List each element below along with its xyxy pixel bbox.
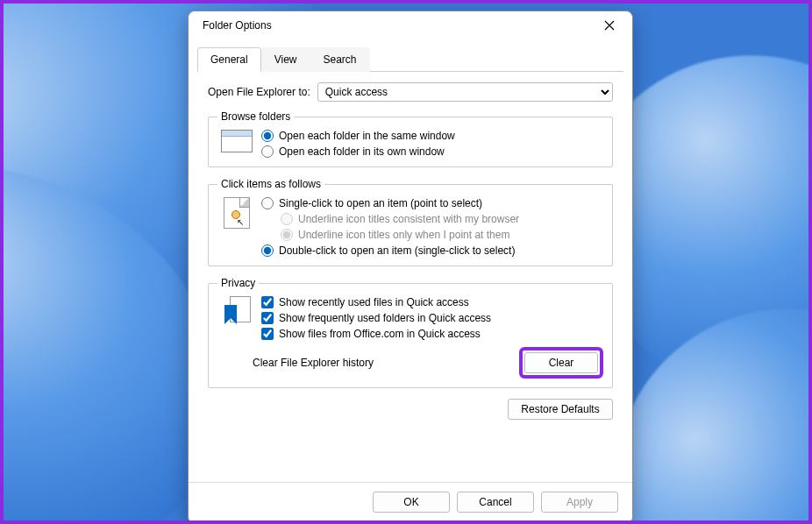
close-icon — [604, 20, 615, 31]
radio-own-window-label: Open each folder in its own window — [279, 145, 445, 158]
browse-folders-legend: Browse folders — [217, 110, 294, 123]
open-explorer-row: Open File Explorer to: Quick access — [208, 82, 613, 102]
radio-underline-point-label: Underline icon titles only when I point … — [298, 229, 509, 241]
tabstrip: General View Search — [197, 46, 623, 72]
radio-underline-browser-row: Underline icon titles consistent with my… — [281, 213, 603, 225]
dialog-title: Folder Options — [203, 19, 272, 32]
check-frequent-folders[interactable] — [261, 312, 274, 324]
quick-access-icon — [221, 296, 253, 328]
check-recent-files-row[interactable]: Show recently used files in Quick access — [261, 296, 603, 308]
radio-same-window-row[interactable]: Open each folder in the same window — [261, 130, 603, 142]
radio-double-click[interactable] — [261, 244, 274, 257]
check-recent-files[interactable] — [261, 296, 274, 308]
restore-defaults-button[interactable]: Restore Defaults — [508, 399, 613, 420]
privacy-group: Privacy Show recently used files in Quic… — [208, 277, 613, 388]
check-frequent-folders-label: Show frequently used folders in Quick ac… — [279, 312, 491, 324]
tab-general[interactable]: General — [197, 47, 261, 72]
click-items-legend: Click items as follows — [217, 178, 324, 190]
cancel-button[interactable]: Cancel — [457, 492, 534, 513]
radio-underline-browser-label: Underline icon titles consistent with my… — [298, 213, 519, 225]
open-explorer-combo[interactable]: Quick access — [317, 82, 613, 102]
screenshot-viewport: Folder Options General View Search Open … — [0, 0, 812, 524]
open-explorer-label: Open File Explorer to: — [208, 86, 310, 98]
radio-underline-point — [281, 229, 293, 241]
restore-defaults-row: Restore Defaults — [208, 399, 613, 420]
radio-single-click-label: Single-click to open an item (point to s… — [279, 197, 482, 209]
privacy-legend: Privacy — [217, 277, 259, 289]
clear-history-row: Clear File Explorer history Clear — [217, 347, 603, 379]
radio-same-window-label: Open each folder in the same window — [279, 130, 455, 142]
radio-own-window-row[interactable]: Open each folder in its own window — [261, 145, 603, 158]
click-items-group: Click items as follows ↖ Single-click to… — [208, 178, 613, 266]
clear-button-highlight: Clear — [519, 347, 603, 379]
tab-view[interactable]: View — [261, 47, 310, 72]
close-button[interactable] — [594, 13, 625, 38]
ok-button[interactable]: OK — [373, 492, 450, 513]
radio-same-window[interactable] — [261, 130, 274, 142]
tab-content-general: Open File Explorer to: Quick access Brow… — [189, 72, 632, 482]
privacy-icon-col — [217, 296, 256, 340]
radio-underline-point-row: Underline icon titles only when I point … — [281, 229, 603, 241]
browse-folders-group: Browse folders Open each folder in the s… — [208, 110, 613, 167]
clear-history-label: Clear File Explorer history — [253, 357, 374, 369]
radio-single-click[interactable] — [261, 197, 274, 209]
titlebar: Folder Options — [189, 11, 632, 39]
check-office-files-row[interactable]: Show files from Office.com in Quick acce… — [261, 328, 603, 340]
clear-button[interactable]: Clear — [524, 352, 598, 373]
radio-underline-browser — [281, 213, 293, 225]
click-items-icon-col: ↖ — [217, 197, 256, 257]
radio-double-click-label: Double-click to open an item (single-cli… — [279, 244, 515, 257]
browse-folders-icon-col — [217, 130, 256, 158]
check-office-files[interactable] — [261, 328, 274, 340]
tab-search[interactable]: Search — [310, 47, 370, 72]
radio-single-click-row[interactable]: Single-click to open an item (point to s… — [261, 197, 603, 209]
radio-double-click-row[interactable]: Double-click to open an item (single-cli… — [261, 244, 603, 257]
dialog-footer: OK Cancel Apply — [189, 482, 632, 523]
radio-own-window[interactable] — [261, 145, 274, 158]
apply-button: Apply — [541, 492, 618, 513]
check-office-files-label: Show files from Office.com in Quick acce… — [279, 328, 481, 340]
folder-options-dialog: Folder Options General View Search Open … — [188, 11, 633, 524]
check-frequent-folders-row[interactable]: Show frequently used folders in Quick ac… — [261, 312, 603, 324]
check-recent-files-label: Show recently used files in Quick access — [279, 296, 469, 308]
window-icon — [221, 130, 253, 152]
page-click-icon: ↖ — [224, 197, 250, 229]
